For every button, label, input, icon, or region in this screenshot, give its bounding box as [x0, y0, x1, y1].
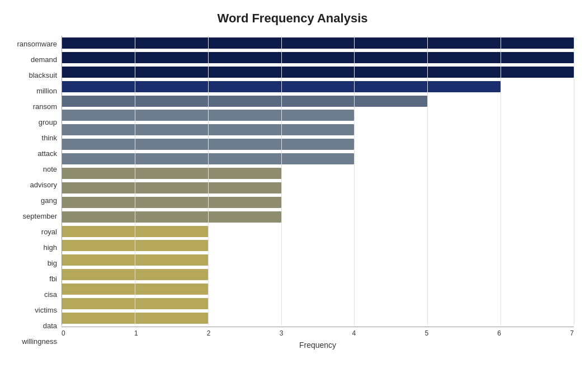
bar-row-gang [62, 181, 574, 195]
y-label-blacksuit: blacksuit [29, 72, 57, 79]
y-label-royal: royal [41, 228, 57, 235]
y-label-willingness: willingness [22, 338, 57, 345]
bar-think [62, 124, 354, 135]
bar-blacksuit [62, 67, 574, 78]
x-tick-2: 2 [207, 329, 211, 337]
y-label-cisa: cisa [44, 291, 57, 298]
bar-royal [62, 211, 281, 223]
bars-and-x: 01234567 Frequency [62, 36, 574, 350]
x-tick-0: 0 [62, 329, 65, 337]
x-tick-3: 3 [280, 329, 284, 337]
y-label-advisory: advisory [30, 181, 57, 188]
bar-row-fbi [62, 253, 574, 267]
bar-gang [62, 182, 281, 193]
x-axis-line [62, 327, 574, 327]
bar-data [62, 298, 208, 309]
bar-cisa [62, 269, 208, 280]
y-label-victims: victims [35, 306, 57, 314]
y-axis: ransomwaredemandblacksuitmillionransomgr… [11, 36, 62, 350]
x-tick-4: 4 [352, 329, 356, 337]
x-axis-label: Frequency [62, 341, 574, 350]
y-label-gang: gang [41, 197, 57, 204]
bar-row-willingness [62, 311, 574, 325]
chart-area: ransomwaredemandblacksuitmillionransomgr… [11, 36, 574, 350]
bar-ransom [62, 96, 427, 107]
bar-ransomware [62, 37, 574, 49]
y-label-ransom: ransom [33, 103, 57, 110]
bar-row-group [62, 108, 574, 122]
y-label-million: million [36, 87, 57, 95]
y-label-fbi: fbi [49, 275, 57, 282]
y-label-data: data [43, 322, 57, 329]
bar-big [62, 240, 208, 251]
x-ticks: 01234567 [62, 329, 574, 337]
chart-title: Word Frequency Analysis [11, 11, 574, 26]
bar-row-high [62, 225, 574, 238]
y-label-demand: demand [31, 56, 57, 63]
bar-demand [62, 52, 574, 63]
bar-row-think [62, 123, 574, 136]
x-axis: 01234567 Frequency [62, 329, 574, 350]
bar-row-big [62, 239, 574, 252]
bar-fbi [62, 254, 208, 266]
bar-advisory [62, 168, 281, 179]
bar-row-cisa [62, 268, 574, 281]
x-tick-1: 1 [134, 329, 138, 337]
y-label-attack: attack [37, 150, 57, 157]
bar-row-ransom [62, 95, 574, 108]
bar-row-data [62, 297, 574, 310]
bar-row-million [62, 80, 574, 93]
bar-row-demand [62, 51, 574, 64]
y-label-ransomware: ransomware [17, 40, 57, 48]
bar-row-royal [62, 210, 574, 224]
bar-willingness [62, 313, 208, 324]
y-label-big: big [48, 259, 57, 267]
bar-attack [62, 139, 354, 150]
bar-row-blacksuit [62, 65, 574, 79]
y-label-september: september [23, 212, 57, 220]
grid-line-7 [574, 36, 574, 325]
y-label-high: high [43, 244, 57, 251]
bar-september [62, 197, 281, 208]
y-label-group: group [39, 119, 57, 126]
y-label-think: think [42, 134, 57, 141]
bar-row-victims [62, 282, 574, 296]
bar-row-note [62, 152, 574, 166]
chart-container: Word Frequency Analysis ransomwaredemand… [0, 0, 585, 392]
bar-row-attack [62, 138, 574, 151]
bar-row-advisory [62, 167, 574, 180]
bar-note [62, 153, 354, 164]
y-label-note: note [43, 166, 57, 173]
bar-million [62, 81, 501, 92]
x-tick-5: 5 [424, 329, 428, 337]
bar-victims [62, 284, 208, 295]
bars-area [62, 36, 574, 325]
x-tick-6: 6 [497, 329, 501, 337]
x-tick-7: 7 [570, 329, 574, 337]
bar-high [62, 226, 208, 237]
bar-group [62, 110, 354, 121]
bar-row-ransomware [62, 36, 574, 50]
bar-row-september [62, 196, 574, 209]
